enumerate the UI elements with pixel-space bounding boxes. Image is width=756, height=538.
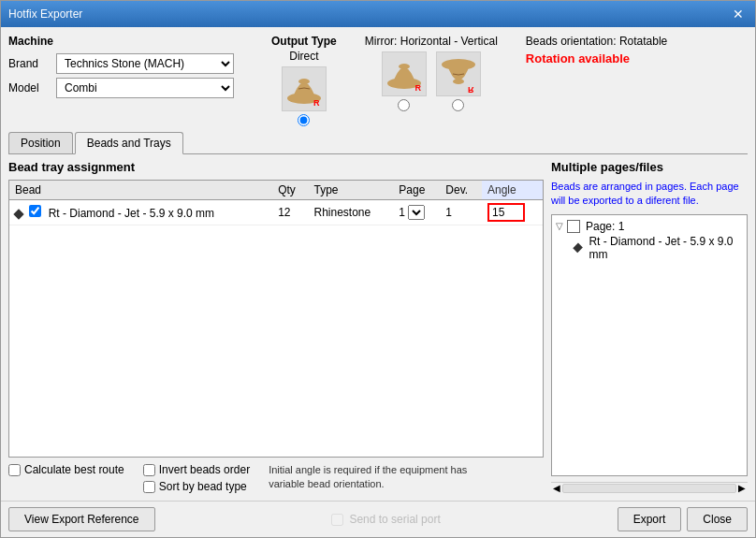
col-page: Page: [393, 181, 440, 200]
pages-quoted: pages: [656, 181, 684, 192]
model-label: Model: [8, 81, 51, 95]
calculate-best-route-checkbox[interactable]: [8, 464, 21, 476]
multiple-pages-title: Multiple pages/files: [551, 160, 748, 174]
type-cell: Rhinestone: [308, 200, 393, 225]
beads-orientation-label: Beads orientation: Rotatable: [526, 35, 667, 48]
hat-image-mirror-h: Я: [382, 51, 427, 96]
tabs: Position Beads and Trays: [8, 132, 748, 154]
model-row: Model Combi: [8, 78, 234, 98]
svg-text:R: R: [468, 85, 474, 95]
qty-cell: 12: [272, 200, 308, 225]
table-row: Rt - Diamond - Jet - 5.9 x 9.0 mm 12 Rhi…: [9, 200, 543, 225]
col-bead: Bead: [9, 181, 272, 200]
content-area: Machine Brand Technics Stone (MACH) Mode…: [1, 27, 755, 501]
tree-container: ▽ Page: 1 Rt - Diamond - Jet - 5.9 x 9.0…: [551, 214, 748, 476]
svg-text:R: R: [313, 98, 320, 108]
col-qty: Qty: [272, 181, 308, 200]
angle-input[interactable]: [487, 203, 525, 222]
footer-right: Export Close: [618, 507, 748, 531]
mirror-section: Mirror: Horizontal - Vertical Я: [365, 35, 498, 111]
bead-tray-title: Bead tray assignment: [8, 160, 544, 174]
mirror-v-radio[interactable]: [452, 99, 464, 111]
main-window: Hotfix Exporter ✕ Machine Brand Technics…: [0, 0, 756, 538]
page-select[interactable]: ▼: [408, 205, 425, 220]
hat-image-direct: R: [282, 66, 327, 111]
bead-table-container: Bead Qty Type Page Dev. Angle: [8, 180, 544, 458]
sort-by-bead-type-row[interactable]: Sort by bead type: [143, 480, 250, 493]
right-panel: Multiple pages/files Beads are arranged …: [551, 160, 748, 493]
send-serial-port-checkbox: [331, 514, 343, 526]
bead-checkbox[interactable]: [29, 205, 41, 217]
beads-orientation: Beads orientation: Rotatable Rotation av…: [526, 35, 667, 65]
footer: View Export Reference Send to serial por…: [1, 501, 755, 537]
invert-beads-order-label: Invert beads order: [159, 463, 250, 476]
initial-angle-note: Initial angle is required if the equipme…: [269, 463, 474, 492]
invert-beads-order-row[interactable]: Invert beads order: [143, 463, 250, 476]
mirror-v-option: R: [436, 51, 481, 111]
bead-cell: Rt - Diamond - Jet - 5.9 x 9.0 mm: [9, 200, 272, 225]
col-type: Type: [308, 181, 393, 200]
tab-beads-trays[interactable]: Beads and Trays: [75, 132, 183, 154]
output-type-label: Output Type: [271, 35, 337, 48]
serial-port-row: Send to serial port: [331, 513, 440, 526]
window-title: Hotfix Exporter: [8, 7, 82, 21]
send-serial-port-label: Send to serial port: [349, 513, 440, 526]
direct-radio[interactable]: [298, 114, 310, 126]
left-panel: Bead tray assignment Bead Qty Type Page …: [8, 160, 544, 493]
bead-table: Bead Qty Type Page Dev. Angle: [9, 181, 543, 225]
direct-label: Direct: [289, 50, 318, 63]
svg-point-1: [298, 79, 310, 84]
col-angle: Angle: [482, 181, 543, 200]
dev-cell: 1: [440, 200, 482, 225]
close-button[interactable]: Close: [687, 507, 748, 531]
machine-section: Machine Brand Technics Stone (MACH) Mode…: [8, 35, 748, 126]
hat-image-mirror-v: R: [436, 51, 481, 96]
angle-cell: [482, 200, 543, 225]
main-content: Bead tray assignment Bead Qty Type Page …: [8, 160, 748, 493]
footer-left: View Export Reference: [8, 507, 155, 531]
tree-page-label: Page: 1: [586, 220, 624, 233]
diamond-icon: [13, 209, 23, 219]
svg-point-4: [399, 64, 410, 69]
sort-by-bead-type-checkbox[interactable]: [143, 481, 155, 493]
machine-group-label: Machine: [8, 35, 234, 48]
tab-position[interactable]: Position: [8, 132, 73, 153]
col-dev: Dev.: [440, 181, 482, 200]
export-button[interactable]: Export: [618, 507, 682, 531]
bottom-options: Calculate best route Invert beads order …: [8, 463, 544, 493]
machine-group: Machine Brand Technics Stone (MACH) Mode…: [8, 35, 234, 98]
calculate-best-route-row[interactable]: Calculate best route: [8, 463, 124, 476]
brand-row: Brand Technics Stone (MACH): [8, 53, 234, 74]
rotation-available-label: Rotation available: [526, 51, 630, 65]
tree-scrollbar[interactable]: ◀ ▶: [551, 482, 748, 493]
calculate-best-route-label: Calculate best route: [24, 463, 124, 476]
close-window-button[interactable]: ✕: [729, 7, 748, 21]
table-header-row: Bead Qty Type Page Dev. Angle: [9, 181, 543, 200]
scroll-track[interactable]: [562, 484, 736, 493]
brand-label: Brand: [8, 57, 51, 70]
view-export-ref-button[interactable]: View Export Reference: [8, 507, 155, 531]
scroll-right-icon[interactable]: ▶: [736, 483, 748, 493]
direct-radio-row[interactable]: [298, 114, 310, 126]
bead-name: Rt - Diamond - Jet - 5.9 x 9.0 mm: [49, 207, 214, 220]
svg-text:Я: Я: [414, 83, 420, 93]
model-select[interactable]: Combi: [56, 78, 234, 98]
checkbox-col-2: Invert beads order Sort by bead type: [143, 463, 250, 493]
output-type-images: R: [282, 66, 327, 126]
sort-by-bead-type-label: Sort by bead type: [159, 480, 247, 493]
checkbox-col-1: Calculate best route: [8, 463, 124, 476]
page-cell: 1 ▼: [393, 200, 440, 225]
page-icon: [567, 220, 580, 233]
mirror-h-option: Я: [382, 51, 427, 111]
mirror-h-radio[interactable]: [398, 99, 410, 111]
output-type-section: Output Type Direct R: [271, 35, 337, 126]
scroll-left-icon[interactable]: ◀: [551, 483, 562, 493]
tree-bead-item: Rt - Diamond - Jet - 5.9 x 9.0 mm: [574, 234, 743, 262]
direct-option: R: [282, 66, 327, 126]
invert-beads-order-checkbox[interactable]: [143, 464, 155, 476]
mirror-options: Я R: [382, 51, 481, 111]
mirror-label: Mirror: Horizontal - Vertical: [365, 35, 498, 48]
title-bar: Hotfix Exporter ✕: [1, 1, 755, 27]
brand-select[interactable]: Technics Stone (MACH): [56, 53, 234, 74]
multiple-pages-desc: Beads are arranged in pages. Each page w…: [551, 180, 748, 209]
